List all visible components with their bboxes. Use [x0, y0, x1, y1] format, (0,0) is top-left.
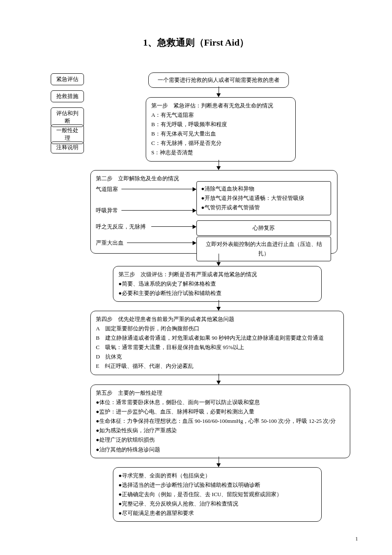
connector	[121, 210, 196, 211]
step1-c: C：有无脉搏，循环是否充分	[151, 139, 290, 148]
step5-b5: ●处理广泛的软组织损伤	[96, 435, 345, 445]
step4-a: A 固定重要部位的骨折，闭合胸腹部伤口	[96, 324, 338, 333]
step2-row1-label: 气道阻塞	[96, 185, 118, 193]
step1-a: A：有无气道阻塞	[151, 110, 290, 120]
arrow-down-icon	[216, 381, 221, 384]
step6-b4: ●完整记录、充分反映病人抢救、治疗和检查情况	[118, 499, 316, 509]
step4-title: 第四步 优先处理患者当前最为严重的或者其他紧急问题	[96, 315, 338, 324]
flowchart-canvas: 紧急评估 抢救措施 评估和判断 一般性处理 注释说明 一个需要进行抢救的病人或者…	[0, 49, 392, 531]
step6-b5: ●尽可能满足患者的愿望和要求	[118, 509, 316, 518]
step5-b2: ●监护：进一步监护心电、血压、脉搏和呼吸，必要时检测出入量	[96, 407, 345, 416]
start-node: 一个需要进行抢救的病人或者可能需要抢救的患者	[148, 72, 289, 88]
connector	[121, 189, 196, 189]
legend-item-1: 紧急评估	[51, 73, 84, 85]
step2-row2-label: 呼吸异常	[96, 207, 118, 214]
connector	[151, 226, 196, 227]
step2-action1: ●清除气道血块和异物 ●开放气道并保持气道通畅：大管径管吸痰 ●气管切开或者气管…	[196, 181, 331, 215]
step2-a1-1: ●清除气道血块和异物	[201, 184, 326, 194]
step5-b3: ●生命体征：力争保持在理想状态：血压 90-160/60-100mmHg，心率 …	[96, 416, 345, 426]
step6-b1: ●寻求完整、全面的资料（包括病史）	[118, 471, 316, 480]
step3-b1: ●简要、迅速系统的病史了解和体格检查	[118, 279, 316, 289]
connector	[219, 254, 219, 263]
step6-b3: ●正确确定去向（例如，是否住院、去 ICU、留院短暂观察或回家）	[118, 490, 316, 499]
step6-b2: ●选择适当的进一步诊断性治疗试验和辅助检查以明确诊断	[118, 480, 316, 490]
page-title: 1、急救通则（First Aid）	[0, 0, 392, 49]
connector	[127, 243, 196, 243]
step3-b2: ●必要和主要的诊断性治疗试验和辅助检查	[118, 289, 316, 298]
step5-b4: ●如为感染性疾病，治疗严重感染	[96, 426, 345, 435]
arrow-down-icon	[216, 307, 221, 311]
legend-item-2: 抢救措施	[51, 90, 84, 102]
page-number: 1	[355, 536, 358, 542]
step5-title: 第五步 主要的一般性处理	[96, 388, 345, 398]
arrow-down-icon	[216, 166, 221, 170]
step2-action2: 心肺复苏	[196, 220, 331, 236]
step3-title: 第三步 次级评估：判断是否有严重或者其他紧急的情况	[118, 270, 316, 279]
step4-box: 第四步 优先处理患者当前最为严重的或者其他紧急问题 A 固定重要部位的骨折，闭合…	[90, 311, 344, 375]
step2-a1-3: ●气管切开或者气管插管	[201, 203, 326, 212]
step4-d: D 抗休克	[96, 352, 338, 361]
step6-box: ●寻求完整、全面的资料（包括病史） ●选择适当的进一步诊断性治疗试验和辅助检查以…	[113, 467, 322, 522]
step2-a1-2: ●开放气道并保持气道通畅：大管径管吸痰	[201, 194, 326, 203]
arrow-down-icon	[216, 262, 221, 266]
arrow-down-icon	[216, 93, 221, 97]
step2-action3: 立即对外表能控制的大出血进行止血（压迫、结扎）	[196, 237, 331, 261]
legend-item-5: 注释说明	[51, 142, 84, 153]
step5-b6: ●治疗其他的特殊急诊问题	[96, 445, 345, 454]
step1-b1: B：有无呼吸，呼吸频率和程度	[151, 120, 290, 129]
arrow-down-icon	[216, 463, 221, 467]
step2-row4-label: 严重大出血	[96, 239, 124, 247]
step5-b1: ●体位：通常需要卧床休息，侧卧位、面向一侧可以防止误吸和窒息	[96, 398, 345, 407]
step1-box: 第一步 紧急评估：判断患者有无危及生命的情况 A：有无气道阻塞 B：有无呼吸，呼…	[146, 97, 296, 162]
step3-box: 第三步 次级评估：判断是否有严重或者其他紧急的情况 ●简要、迅速系统的病史了解和…	[113, 266, 322, 302]
step4-c: C 吸氧：通常需要大流量，目标是保持血氧饱和度 95%以上	[96, 343, 338, 352]
step4-b: B 建立静脉通道或者骨通道，对危重或者如果 90 秒钟内无法建立静脉通道则需要建…	[96, 333, 338, 343]
step1-b2: B：有无体表可见大量出血	[151, 129, 290, 139]
step2-row3-label: 呼之无反应，无脉搏	[96, 223, 146, 231]
step1-title: 第一步 紧急评估：判断患者有无危及生命的情况	[151, 101, 290, 110]
step1-s: S：神志是否清楚	[151, 148, 290, 157]
step4-e: E 纠正呼吸、循环、代谢、内分泌紊乱	[96, 361, 338, 371]
step5-box: 第五步 主要的一般性处理 ●体位：通常需要卧床休息，侧卧位、面向一侧可以防止误吸…	[90, 384, 350, 458]
